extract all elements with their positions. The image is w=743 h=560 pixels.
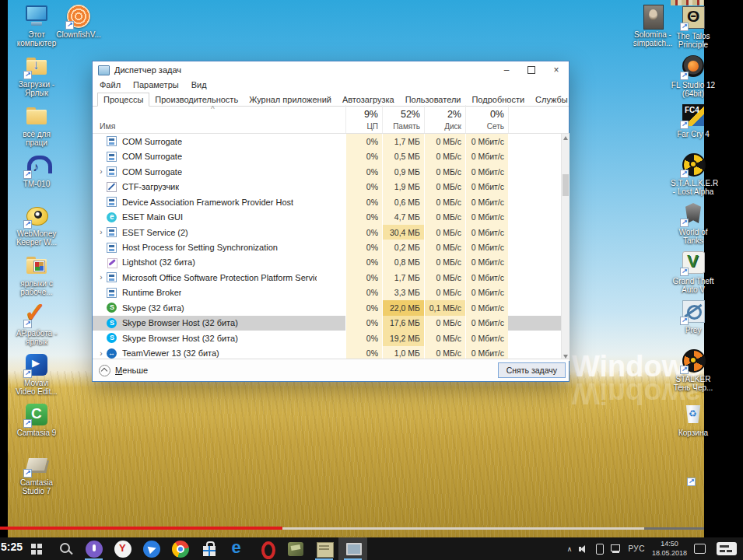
desktop-icon[interactable]: Camtasia 9 [14, 401, 59, 451]
tray-expand-chevron-icon[interactable]: ∧ [567, 545, 573, 553]
video-progress-bar[interactable] [0, 527, 743, 530]
game-center-taskbar-button[interactable] [281, 537, 310, 560]
column-header-label[interactable]: Память [382, 122, 424, 131]
desktop-icon-label: ярлыки с рабоче... [14, 279, 59, 296]
desktop-icon[interactable]: The Talos Principle [671, 5, 716, 54]
menu-item[interactable]: Параметры [133, 80, 179, 89]
desktop-icon[interactable]: АР.работа - ярлык [14, 302, 59, 352]
desktop-icon[interactable]: Корзина [671, 401, 716, 450]
desktop-icon[interactable]: ярлыки с рабоче... [14, 252, 59, 302]
desktop-icon[interactable]: ClownfishV... [56, 3, 101, 53]
desktop-icon[interactable] [671, 463, 716, 512]
process-row[interactable]: ›COM Surrogate0%0,9 МБ0 МБ/с0 Мбит/с [93, 164, 562, 179]
desktop-icon[interactable]: WebMoney Keeper W... [14, 202, 59, 252]
desktop-icon[interactable]: STALKER Тень Чер... [671, 348, 716, 397]
disk-value: 0 МБ/с [424, 149, 465, 163]
column-usage-percent[interactable]: 0% [465, 109, 508, 120]
tab-Автозагрузка[interactable]: Автозагрузка [337, 93, 400, 106]
column-usage-percent[interactable]: 9% [345, 109, 382, 120]
column-header-label[interactable]: Диск [424, 122, 465, 131]
column-header-label[interactable]: ЦП [345, 122, 382, 131]
process-row[interactable]: Skype (32 бита)0%22,0 МБ0,1 МБ/с0 Мбит/с [93, 300, 562, 315]
yandex-taskbar-button[interactable] [108, 537, 137, 560]
process-row[interactable]: ESET Main GUI0%4,7 МБ0 МБ/с0 Мбит/с [93, 209, 562, 224]
scrollbar-thumb[interactable] [563, 174, 569, 196]
table-header[interactable]: ^ Имя 9%ЦП52%Память2%Диск0%Сеть [93, 105, 570, 134]
process-name: ESET Service (2) [122, 228, 188, 237]
row-expander-icon[interactable]: › [96, 228, 107, 236]
desktop-icon[interactable]: FL Studio 12 (64bit) [671, 54, 716, 103]
row-expander-icon[interactable]: › [96, 349, 107, 358]
process-row[interactable]: Host Process for Setting Synchronization… [93, 240, 562, 254]
process-row[interactable]: Lightshot (32 бита)0%0,8 МБ0 МБ/с0 Мбит/… [93, 255, 562, 270]
tab-Производительность[interactable]: Производительность [149, 93, 244, 106]
desktop-icon-label: Camtasia Studio 7 [14, 478, 59, 495]
store-taskbar-button[interactable] [195, 537, 223, 560]
row-expander-icon[interactable]: › [96, 273, 107, 282]
disk-value: 0 МБ/с [424, 194, 465, 209]
column-header-name[interactable]: Имя [100, 121, 115, 131]
tab-Журнал приложений[interactable]: Журнал приложений [244, 93, 337, 106]
desktop-icon[interactable]: Camtasia Studio 7 [14, 451, 59, 501]
close-button[interactable]: × [544, 61, 569, 79]
desktop-icon[interactable]: Этот компьютер [14, 3, 59, 53]
minimize-button[interactable]: – [494, 61, 519, 79]
action-center-icon[interactable] [694, 544, 706, 554]
process-row[interactable]: ›Microsoft Office Software Protection Pl… [93, 270, 562, 285]
desktop-icon[interactable]: Grand Theft Auto V [671, 250, 716, 299]
opera-taskbar-button[interactable] [252, 537, 281, 560]
desktop-icon[interactable]: World of Tanks [671, 201, 716, 250]
column-usage-percent[interactable]: 2% [424, 109, 465, 120]
clock[interactable]: 14:50 18.05.2018 [652, 540, 687, 558]
desktop-icon[interactable]: Prey [671, 299, 716, 348]
notes-taskbar-button[interactable] [310, 537, 338, 560]
desktop-icon[interactable]: Solomina - simpatich... [630, 3, 675, 53]
start-taskbar-button[interactable] [22, 537, 51, 560]
shortcut-arrow-icon [680, 317, 689, 325]
skype-green-process-icon [107, 303, 117, 313]
menu-bar: ФайлПараметрыВид [93, 79, 569, 91]
end-task-button[interactable]: Снять задачу [498, 362, 566, 378]
scrollbar[interactable] [561, 134, 570, 361]
desktop-icon-label: Camtasia 9 [14, 429, 59, 437]
desktop-icon[interactable]: Movavi Video Edit... [14, 352, 59, 401]
column-usage-percent[interactable]: 52% [382, 109, 424, 120]
desktop-icon[interactable]: Загрузки - Ярлык [14, 53, 59, 103]
process-row[interactable]: COM Surrogate0%0,5 МБ0 МБ/с0 Мбит/с [93, 149, 562, 163]
maximize-button[interactable] [519, 61, 544, 79]
tab-Службы[interactable]: Службы [530, 93, 573, 106]
voice-taskbar-button[interactable] [79, 537, 108, 560]
edge-taskbar-button[interactable] [223, 537, 252, 560]
process-row[interactable]: CTF-загрузчик0%1,9 МБ0 МБ/с0 Мбит/с [93, 179, 562, 194]
chrome-taskbar-button[interactable] [166, 537, 195, 560]
desktop-icon[interactable]: S.T.A.L.K.E.R - Lost Alpha [671, 152, 716, 201]
subtitles-cc-icon[interactable] [717, 542, 737, 555]
process-row[interactable]: ›ESET Service (2)0%30,4 МБ0 МБ/с0 Мбит/с [93, 225, 562, 240]
language-indicator[interactable]: РУС [628, 544, 645, 553]
scroll-up-arrow-icon[interactable] [563, 136, 568, 140]
process-row[interactable]: COM Surrogate0%1,7 МБ0 МБ/с0 Мбит/с [93, 134, 562, 149]
browser-blue-taskbar-button[interactable] [137, 537, 166, 560]
column-header-label[interactable]: Сеть [465, 122, 508, 131]
volume-icon[interactable] [579, 544, 589, 554]
tab-Подробности[interactable]: Подробности [466, 93, 530, 106]
title-bar[interactable]: Диспетчер задач – × [93, 61, 569, 79]
menu-item[interactable]: Вид [191, 80, 207, 89]
cpu-value: 0% [345, 209, 382, 224]
menu-item[interactable]: Файл [100, 80, 121, 89]
network-icon[interactable] [611, 544, 621, 553]
collapse-chevron-icon[interactable] [99, 365, 110, 376]
process-row[interactable]: Device Association Framework Provider Ho… [93, 194, 562, 209]
tab-Пользователи[interactable]: Пользователи [400, 93, 467, 106]
device-icon[interactable] [596, 544, 604, 555]
desktop-icon[interactable]: всё для праци [14, 103, 59, 152]
task-manager-taskbar-button[interactable] [338, 537, 367, 560]
process-row[interactable]: Skype Browser Host (32 бита)0%19,2 МБ0 М… [93, 331, 562, 345]
process-row[interactable]: Skype Browser Host (32 бита)0%17,6 МБ0 М… [93, 316, 562, 331]
process-row[interactable]: Runtime Broker0%3,3 МБ0 МБ/с0 Мбит/с [93, 285, 562, 300]
desktop-icon[interactable]: ТМ-010 [14, 152, 59, 202]
row-expander-icon[interactable]: › [96, 167, 107, 176]
desktop-icon[interactable]: Far Cry 4 [671, 103, 716, 152]
search-taskbar-button[interactable] [51, 537, 79, 560]
fewer-details-toggle[interactable]: Меньше [115, 366, 148, 375]
